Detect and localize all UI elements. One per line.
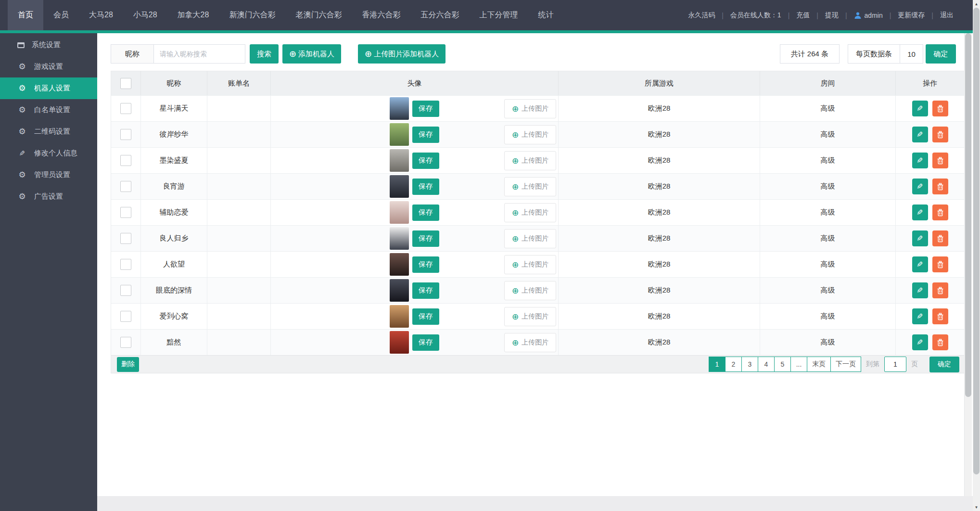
page-button[interactable]: 5	[774, 357, 791, 372]
page-button[interactable]: 1	[709, 357, 725, 372]
sidebar-item[interactable]: ⚙ 游戏设置	[0, 56, 97, 77]
edit-button[interactable]: ✎	[912, 334, 928, 350]
goto-confirm-button[interactable]: 确定	[929, 357, 959, 372]
page-button[interactable]: 3	[741, 357, 758, 372]
save-button[interactable]: 保存	[412, 282, 439, 299]
sidebar-item[interactable]: ⚙ 二维码设置	[0, 121, 97, 142]
sidebar-item[interactable]: ⚙ 机器人设置	[0, 77, 97, 99]
edit-button[interactable]: ✎	[912, 153, 928, 168]
upload-image-button[interactable]: ⊕ 上传图片	[504, 281, 556, 300]
save-button[interactable]: 保存	[412, 179, 439, 195]
upload-image-button[interactable]: ⊕ 上传图片	[504, 307, 556, 326]
upload-image-button[interactable]: ⊕ 上传图片	[504, 229, 556, 248]
browser-scrollbar[interactable]: ▲ ▼	[973, 0, 980, 511]
row-checkbox[interactable]	[120, 103, 131, 114]
content-scrollbar-thumb[interactable]	[965, 33, 971, 397]
sidebar-item[interactable]: ✎ 修改个人信息	[0, 142, 97, 164]
row-checkbox[interactable]	[120, 285, 131, 296]
edit-button[interactable]: ✎	[912, 179, 928, 194]
edit-button[interactable]: ✎	[912, 256, 928, 272]
save-button[interactable]: 保存	[412, 127, 439, 143]
delete-button[interactable]	[932, 230, 948, 246]
nav-right-link[interactable]: 会员在线人数：1	[730, 11, 781, 20]
page-button[interactable]: 下一页	[830, 357, 861, 372]
scroll-up-arrow-icon[interactable]: ▲	[973, 0, 980, 8]
nav-tab[interactable]: 五分六合彩	[410, 0, 469, 30]
delete-button[interactable]	[932, 153, 948, 168]
search-button[interactable]: 搜索	[250, 44, 279, 64]
upload-image-button[interactable]: ⊕ 上传图片	[504, 151, 556, 170]
nav-tab[interactable]: 统计	[528, 0, 563, 30]
page-button[interactable]: 4	[758, 357, 775, 372]
nav-right-link[interactable]: admin	[854, 12, 883, 19]
delete-button[interactable]	[932, 179, 948, 194]
save-button[interactable]: 保存	[412, 204, 439, 221]
edit-button[interactable]: ✎	[912, 230, 928, 246]
row-checkbox[interactable]	[120, 233, 131, 244]
delete-button[interactable]	[932, 256, 948, 272]
sidebar-item[interactable]: 系统设置	[0, 34, 97, 56]
save-button[interactable]: 保存	[412, 256, 439, 273]
nav-right-link[interactable]: 充值	[796, 11, 810, 20]
edit-button[interactable]: ✎	[912, 127, 928, 142]
row-checkbox[interactable]	[120, 207, 131, 218]
delete-button[interactable]	[932, 282, 948, 298]
browser-scrollbar-thumb[interactable]	[973, 8, 980, 474]
upload-image-button[interactable]: ⊕ 上传图片	[504, 177, 556, 196]
edit-button[interactable]: ✎	[912, 308, 928, 324]
row-checkbox[interactable]	[120, 259, 131, 270]
nav-tab[interactable]: 会员	[43, 0, 79, 30]
row-checkbox[interactable]	[120, 311, 131, 322]
upload-image-button[interactable]: ⊕ 上传图片	[504, 203, 556, 222]
page-button[interactable]: ...	[790, 357, 807, 372]
row-checkbox[interactable]	[120, 337, 131, 348]
per-page-confirm-button[interactable]: 确定	[926, 44, 956, 64]
row-checkbox[interactable]	[120, 181, 131, 192]
nav-tab[interactable]: 小马28	[123, 0, 167, 30]
upload-image-button[interactable]: ⊕ 上传图片	[504, 333, 556, 352]
delete-button[interactable]	[932, 334, 948, 350]
edit-button[interactable]: ✎	[912, 204, 928, 220]
bulk-delete-button[interactable]: 删除	[117, 357, 139, 372]
scroll-down-arrow-icon[interactable]: ▼	[973, 503, 980, 511]
nav-right-link[interactable]: 提现	[825, 11, 839, 20]
save-button[interactable]: 保存	[412, 230, 439, 247]
page-button[interactable]: 末页	[807, 357, 831, 372]
save-button[interactable]: 保存	[412, 153, 439, 169]
upload-add-robot-button[interactable]: ⊕ 上传图片添加机器人	[358, 44, 445, 64]
row-checkbox[interactable]	[120, 155, 131, 166]
delete-button[interactable]	[932, 308, 948, 324]
nav-tab[interactable]: 老澳门六合彩	[285, 0, 352, 30]
add-robot-button[interactable]: ⊕ 添加机器人	[282, 44, 341, 64]
upload-image-button[interactable]: ⊕ 上传图片	[504, 99, 556, 118]
upload-image-button[interactable]: ⊕ 上传图片	[504, 125, 556, 144]
delete-button[interactable]	[932, 127, 948, 142]
nav-tab[interactable]: 新澳门六合彩	[219, 0, 285, 30]
nav-right-link[interactable]: 永久活码	[688, 11, 715, 20]
per-page-input[interactable]	[900, 45, 923, 63]
nav-right-link[interactable]: 更新缓存	[898, 11, 925, 20]
delete-button[interactable]	[932, 101, 948, 116]
page-button[interactable]: 2	[725, 357, 742, 372]
nav-tab[interactable]: 大马28	[79, 0, 123, 30]
nav-tab[interactable]: 香港六合彩	[352, 0, 410, 30]
edit-button[interactable]: ✎	[912, 282, 928, 298]
nav-tab[interactable]: 上下分管理	[469, 0, 528, 30]
nav-tab[interactable]: 首页	[8, 0, 43, 30]
search-input[interactable]	[154, 44, 245, 64]
save-button[interactable]: 保存	[412, 334, 439, 351]
select-all-checkbox[interactable]	[120, 78, 131, 89]
sidebar-item[interactable]: ⚙ 白名单设置	[0, 99, 97, 121]
sidebar-item[interactable]: ⚙ 广告设置	[0, 186, 97, 207]
content-scrollbar[interactable]	[965, 33, 972, 496]
edit-button[interactable]: ✎	[912, 101, 928, 116]
delete-button[interactable]	[932, 204, 948, 220]
save-button[interactable]: 保存	[412, 308, 439, 325]
nav-right-link[interactable]: 退出	[940, 11, 954, 20]
row-checkbox[interactable]	[120, 129, 131, 140]
save-button[interactable]: 保存	[412, 101, 439, 117]
nav-tab[interactable]: 加拿大28	[167, 0, 219, 30]
upload-image-button[interactable]: ⊕ 上传图片	[504, 255, 556, 274]
goto-page-input[interactable]	[884, 357, 906, 372]
horizontal-scrollbar-track[interactable]	[97, 496, 973, 511]
